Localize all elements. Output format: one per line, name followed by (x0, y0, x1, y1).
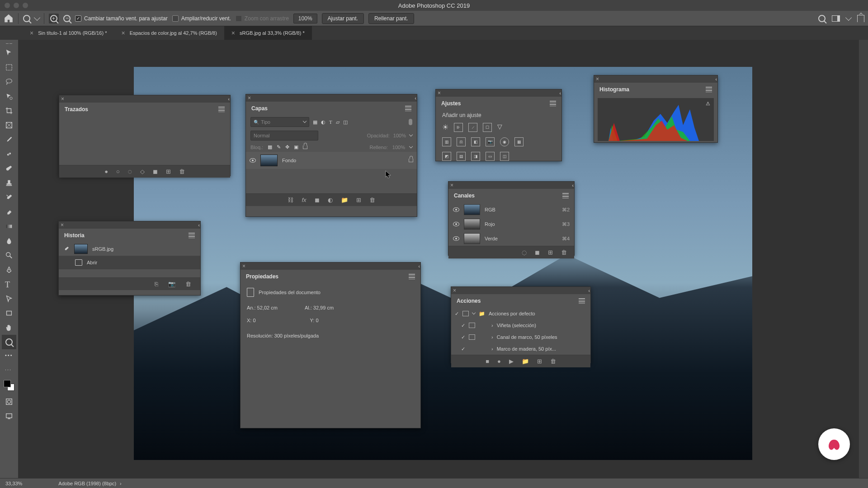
type-tool[interactable]: T (2, 277, 16, 291)
chevron-right-icon[interactable]: › (120, 481, 122, 486)
color-balance-icon[interactable]: ⚖ (457, 137, 466, 146)
close-icon[interactable]: × (438, 90, 441, 96)
close-icon[interactable]: × (231, 29, 235, 37)
filter-smart-icon[interactable]: ◫ (343, 119, 348, 125)
maximize-window-icon[interactable] (23, 3, 28, 8)
filter-adjust-icon[interactable]: ◐ (321, 119, 326, 125)
fill-value[interactable]: 100% (392, 145, 405, 150)
close-icon[interactable]: × (450, 182, 453, 188)
layers-panel[interactable]: ×‹‹ Capas 🔍Tipo ▦ ◐ T ▱ ◫ Normal Opacida… (245, 94, 417, 217)
bw-icon[interactable]: ◧ (471, 137, 480, 146)
trash-icon[interactable]: 🗑 (561, 249, 567, 256)
trash-icon[interactable]: 🗑 (369, 197, 375, 203)
panel-menu-icon[interactable] (405, 106, 411, 111)
document-tab[interactable]: ×Sin título-1 al 100% (RGB/16) * (23, 26, 114, 40)
right-dock-strip[interactable] (859, 40, 868, 478)
levels-icon[interactable]: ⊪ (454, 123, 463, 132)
lock-all-icon[interactable] (303, 145, 307, 149)
paths-panel[interactable]: ×‹‹ Trazados ● ○ ◌ ◇ ◼ ⊞ 🗑 (59, 95, 231, 176)
chevron-down-icon[interactable] (34, 14, 40, 20)
panel-menu-icon[interactable] (706, 87, 712, 92)
close-icon[interactable]: × (596, 76, 599, 82)
rectangle-tool[interactable] (2, 306, 16, 320)
histogram-panel[interactable]: ×‹‹ Histograma ⚠ (594, 75, 718, 143)
blend-mode-select[interactable]: Normal (250, 131, 318, 141)
chevron-right-icon[interactable]: › (491, 323, 493, 328)
exposure-icon[interactable]: ☐ (483, 123, 492, 132)
adjustments-panel[interactable]: ×‹‹ Ajustes Añadir un ajuste ☀ ⊪ ⟋ ☐ ▽ ▥… (435, 89, 562, 161)
record-icon[interactable]: ● (497, 358, 501, 365)
quick-select-tool[interactable] (2, 89, 16, 103)
action-item[interactable]: ✓›Marco de madera, 50 píx... (451, 343, 590, 355)
history-snapshot[interactable]: sRGB.jpg (59, 242, 200, 256)
zoom-tool-active[interactable] (2, 335, 16, 349)
panel-title[interactable]: Trazados (65, 106, 88, 113)
lock-pixels-icon[interactable]: ✎ (277, 144, 281, 150)
properties-panel[interactable]: ×‹‹ Propiedades Propiedades del document… (240, 262, 421, 428)
layer-row[interactable]: Fondo (246, 152, 417, 169)
warning-icon[interactable]: ⚠ (706, 101, 710, 107)
status-zoom[interactable]: 33,33% (5, 481, 22, 486)
selective-color-icon[interactable]: ◫ (500, 152, 509, 161)
close-icon[interactable]: × (30, 29, 33, 37)
play-icon[interactable]: ▶ (509, 358, 514, 365)
move-tool[interactable] (2, 46, 16, 60)
chevron-right-icon[interactable]: › (491, 334, 493, 340)
resize-windows-option[interactable]: Cambiar tamaño vent. para ajustar (75, 15, 168, 22)
stroke-path-icon[interactable]: ○ (116, 168, 120, 175)
load-selection-icon[interactable]: ◌ (522, 249, 527, 256)
channel-row[interactable]: Verde⌘4 (448, 231, 574, 246)
history-step[interactable]: Abrir (59, 256, 200, 269)
checkbox-checked-icon[interactable] (75, 15, 81, 22)
filter-toggle[interactable] (409, 119, 412, 125)
marquee-tool[interactable] (2, 60, 16, 75)
filter-shape-icon[interactable]: ▱ (336, 119, 340, 125)
posterize-icon[interactable]: ▤ (457, 152, 466, 161)
collapse-icon[interactable]: ‹‹ (418, 264, 419, 269)
zoom-out-button[interactable] (63, 15, 71, 22)
close-window-icon[interactable] (5, 3, 10, 8)
panel-menu-icon[interactable] (218, 107, 225, 112)
status-profile[interactable]: Adobe RGB (1998) (8bpc) (58, 481, 116, 486)
invert-icon[interactable]: ◩ (442, 152, 451, 161)
selection-from-path-icon[interactable]: ◌ (128, 169, 132, 174)
edit-toolbar[interactable]: ··· (2, 364, 16, 378)
fill-path-icon[interactable]: ● (104, 168, 108, 175)
trash-icon[interactable]: 🗑 (185, 281, 191, 287)
panel-title[interactable]: Acciones (457, 298, 481, 304)
fit-screen-button[interactable]: Ajustar pant. (322, 13, 364, 24)
path-select-tool[interactable] (2, 291, 16, 306)
layer-fx-icon[interactable]: fx (302, 197, 306, 203)
check-icon[interactable]: ✓ (461, 334, 465, 340)
opacity-value[interactable]: 100% (393, 133, 406, 138)
crop-tool[interactable] (2, 103, 16, 118)
curves-icon[interactable]: ⟋ (468, 123, 477, 132)
new-set-icon[interactable]: 📁 (522, 358, 529, 365)
expand-icon[interactable] (472, 311, 476, 314)
zoom-in-button[interactable] (49, 14, 59, 23)
collapse-icon[interactable]: ‹‹ (572, 183, 572, 188)
workspace-switcher-icon[interactable] (832, 15, 840, 22)
dodge-tool[interactable] (2, 248, 16, 263)
dialog-toggle-icon[interactable] (469, 334, 475, 340)
filter-type-icon[interactable]: T (329, 119, 332, 125)
lock-position-icon[interactable]: ✥ (285, 144, 289, 150)
share-icon[interactable] (857, 15, 864, 22)
panel-title[interactable]: Canales (454, 192, 475, 199)
lock-icon[interactable] (409, 159, 413, 162)
window-controls[interactable] (5, 3, 28, 8)
zoom-level-input[interactable]: 100% (293, 14, 317, 23)
frame-tool[interactable] (2, 118, 16, 132)
panel-title[interactable]: Capas (251, 105, 268, 112)
gradient-map-icon[interactable]: ▭ (486, 152, 495, 161)
action-item[interactable]: ✓›Canal de marco, 50 píxeles (451, 331, 590, 343)
visibility-icon[interactable] (453, 222, 459, 226)
vibrance-icon[interactable]: ▽ (497, 123, 502, 132)
checkbox-icon[interactable] (172, 15, 179, 22)
channel-row[interactable]: Rojo⌘3 (448, 217, 574, 231)
chevron-down-icon[interactable] (845, 14, 852, 20)
pen-tool[interactable] (2, 263, 16, 277)
close-icon[interactable]: × (453, 287, 456, 294)
search-icon[interactable] (818, 15, 826, 22)
healing-tool[interactable] (2, 147, 16, 161)
